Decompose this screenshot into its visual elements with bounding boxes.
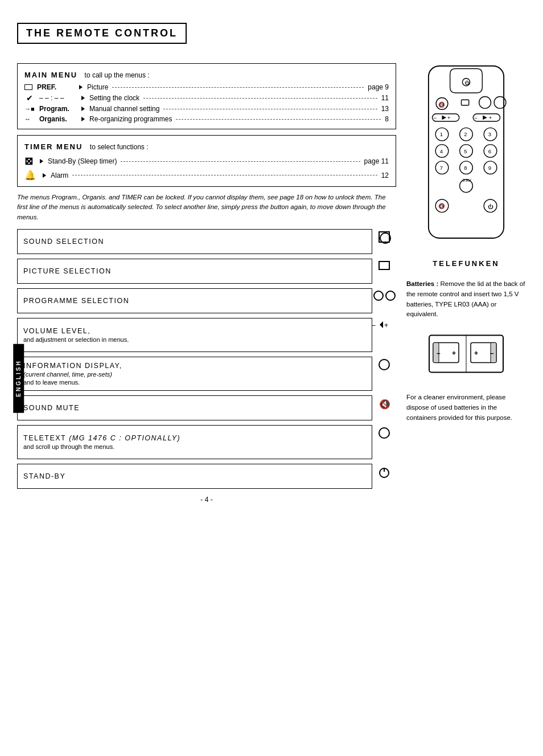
menu-row-organis: ↔ Organis. Re-organizing programmes 8 — [24, 115, 389, 123]
sound-selection-label: SOUND SELECTION — [23, 238, 366, 246]
left-column: MAIN MENU to call up the menus : PREF. P… — [17, 63, 396, 504]
program-arrow — [81, 107, 85, 111]
svg-text:6: 6 — [488, 148, 491, 154]
svg-text:7: 7 — [440, 165, 443, 171]
page-outer: THE REMOTE CONTROL MAIN MENU to call up … — [0, 0, 543, 756]
section-programme-selection: PROGRAMME SELECTION — [17, 288, 396, 313]
sound-selection-icon-area — [372, 229, 396, 243]
program-icon: →■ — [24, 105, 35, 112]
svg-text:4: 4 — [440, 148, 443, 154]
pref-arrow — [79, 85, 83, 89]
pref-page: page 9 — [368, 83, 389, 91]
organis-page: 8 — [385, 115, 389, 123]
svg-text:+: + — [452, 349, 456, 357]
standby-arrow — [40, 159, 43, 164]
svg-text:+: + — [447, 115, 451, 121]
sound-mute-icon-area: 🔇 — [372, 395, 396, 410]
info-display-label: INFORMATION DISPLAY, — [23, 362, 366, 370]
svg-text:2: 2 — [464, 131, 467, 137]
organis-icon: ↔ — [24, 116, 35, 122]
clock-desc: Setting the clock — [89, 94, 139, 102]
timer-menu-subtitle: to select functions : — [90, 143, 149, 151]
info-display-sublabel2: and to leave menus. — [23, 379, 366, 386]
batteries-section: Batteries : Remove the lid at the back o… — [406, 279, 526, 320]
pref-label: PREF. — [37, 83, 77, 91]
timer-menu-title: TIMER MENU — [24, 142, 83, 151]
remote-container: ⏻ 🔇 – + – — [406, 63, 526, 268]
teletext-sublabel: and scroll up through the menus. — [23, 443, 366, 450]
hourglass-icon: ⊠ — [24, 155, 33, 167]
svg-text:–: – — [490, 349, 494, 357]
sound-circle-icon — [379, 231, 390, 243]
section-sound-selection: SOUND SELECTION — [17, 229, 396, 254]
svg-point-7 — [379, 359, 389, 370]
svg-point-3 — [386, 291, 395, 300]
program-desc: Manual channel setting — [89, 105, 159, 113]
svg-text:+: + — [489, 115, 492, 121]
italic-note: The menus Program., Organis. and TIMER c… — [17, 193, 396, 222]
svg-text:5: 5 — [464, 148, 467, 154]
teletext-icon-area — [372, 425, 396, 439]
clock-arrow — [81, 96, 85, 100]
svg-marker-5 — [380, 321, 383, 328]
sound-selection-box: SOUND SELECTION — [17, 229, 372, 254]
svg-text:🔇: 🔇 — [438, 101, 445, 108]
batteries-intro: Batteries : — [406, 280, 438, 287]
clock-icon: ✔ — [24, 93, 35, 103]
picture-selection-label: PICTURE SELECTION — [23, 267, 366, 275]
svg-text:–: – — [372, 321, 376, 329]
alarm-arrow — [43, 173, 46, 178]
right-column: ⏻ 🔇 – + – — [406, 63, 526, 504]
stand-by-box: STAND-BY — [17, 464, 372, 489]
battery-compartment-svg: – + + – — [426, 331, 506, 377]
environment-note: For a cleaner environment, please dispos… — [406, 393, 526, 423]
stand-by-icon-area — [372, 464, 396, 479]
brand-label: TELEFUNKEN — [433, 259, 499, 268]
volume-level-label: VOLUME LEVEL, — [23, 327, 366, 335]
svg-point-2 — [374, 291, 383, 300]
program-page: 13 — [381, 105, 389, 113]
programme-selection-label: PROGRAMME SELECTION — [23, 297, 366, 305]
svg-text:9: 9 — [488, 165, 491, 171]
menu-row-clock: ✔ – – : – – Setting the clock 11 — [24, 93, 389, 103]
two-circles-icon — [373, 291, 396, 301]
pref-desc: Picture — [87, 83, 108, 91]
remote-control-svg: ⏻ 🔇 – + – — [418, 63, 515, 257]
timer-menu-box: TIMER MENU to select functions : ⊠ Stand… — [17, 135, 396, 187]
pref-icon-rect — [24, 84, 32, 90]
main-content: MAIN MENU to call up the menus : PREF. P… — [17, 63, 526, 504]
volume-level-box: VOLUME LEVEL, and adjustment or selectio… — [17, 318, 372, 352]
volume-level-icon-area: – + — [372, 318, 396, 329]
main-menu-title: MAIN MENU — [24, 71, 77, 79]
svg-rect-1 — [379, 261, 389, 269]
alarm-desc: Alarm — [51, 171, 68, 179]
info-display-icon-area — [372, 357, 396, 370]
main-menu-subtitle: to call up the menus : — [85, 71, 150, 79]
organis-label: Organis. — [39, 115, 79, 123]
section-info-display: INFORMATION DISPLAY, (current channel, t… — [17, 357, 396, 391]
picture-selection-icon-area — [372, 259, 396, 270]
svg-text:–: – — [433, 115, 437, 121]
section-volume-level: VOLUME LEVEL, and adjustment or selectio… — [17, 318, 396, 352]
svg-text:–: – — [474, 115, 478, 121]
bell-icon: 🔔 — [24, 170, 36, 181]
sound-mute-box: SOUND MUTE — [17, 395, 372, 420]
programme-selection-box: PROGRAMME SELECTION — [17, 288, 372, 313]
svg-marker-26 — [483, 116, 487, 120]
page-title: THE REMOTE CONTROL — [26, 27, 178, 39]
volume-level-sublabel: and adjustment or selection in menus. — [23, 336, 366, 343]
svg-text:⏻: ⏻ — [488, 203, 493, 210]
organis-desc: Re-organizing programmes — [89, 115, 172, 123]
svg-text:⏻: ⏻ — [464, 80, 470, 85]
standby-icon — [378, 466, 390, 479]
programme-selection-icon-area — [372, 288, 396, 301]
clock-label: – – : – – — [39, 94, 79, 102]
volume-slider-icon: – + — [372, 320, 397, 329]
svg-point-9 — [379, 428, 389, 438]
timer-row-alarm: 🔔 Alarm 12 — [24, 170, 389, 181]
section-sound-mute: SOUND MUTE 🔇 — [17, 395, 396, 420]
picture-rect-icon — [379, 261, 390, 270]
pref-dline — [110, 87, 365, 88]
svg-marker-22 — [442, 116, 447, 120]
svg-point-0 — [380, 233, 390, 243]
